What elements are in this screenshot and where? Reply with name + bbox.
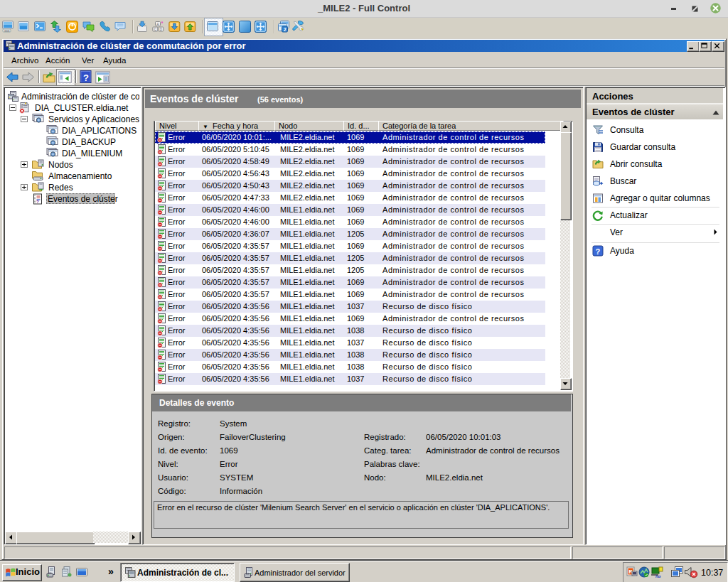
svg-text:C: C	[154, 27, 157, 31]
svg-text:xxx: xxx	[4, 28, 10, 33]
svg-text:2: 2	[284, 27, 287, 32]
svg-text:?: ?	[36, 200, 39, 204]
svg-text:?: ?	[83, 72, 89, 83]
svg-text:D: D	[160, 27, 163, 31]
svg-text:?: ?	[596, 247, 601, 256]
svg-text:hp: hp	[655, 574, 661, 578]
